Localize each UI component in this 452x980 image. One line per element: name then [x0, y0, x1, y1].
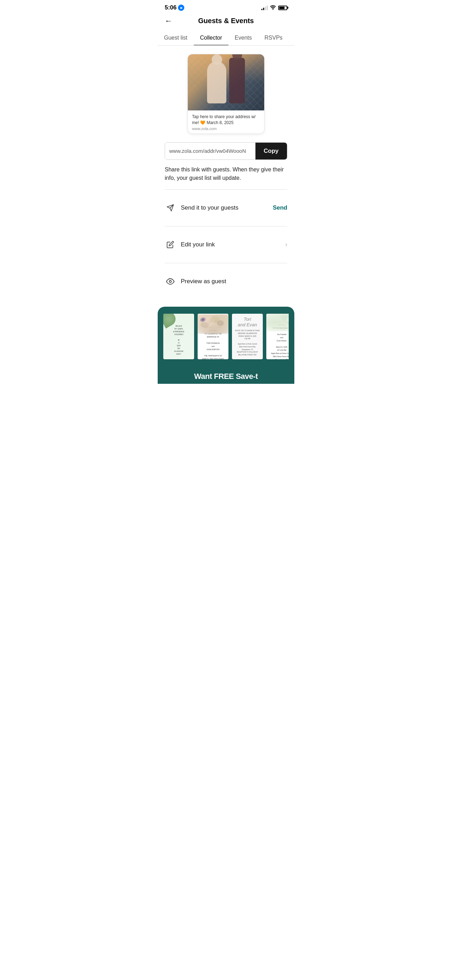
card-3-script: Toriand Evan [238, 317, 257, 328]
svg-point-8 [215, 319, 217, 322]
signal-bar-3 [265, 7, 266, 10]
card-4-flower [266, 314, 289, 331]
preview-action-label: Preview as guest [181, 278, 287, 285]
preview-card-title: Tap here to share your address w/ me! 🧡 … [192, 114, 260, 126]
signal-bars [261, 5, 268, 10]
signal-bar-2 [263, 8, 264, 10]
wifi-icon [270, 5, 276, 11]
tab-rsvps[interactable]: RSVPs [258, 30, 289, 45]
edit-link-action-row[interactable]: Edit your link › [165, 234, 287, 256]
person-right [229, 58, 245, 103]
send-action-label: Send it to your guests [181, 204, 272, 212]
bottom-section: MILLERBY LEWIS& PRESENCECHILDRENINN2025N… [158, 307, 294, 366]
svg-point-14 [280, 315, 287, 320]
tab-events[interactable]: Events [228, 30, 258, 45]
svg-point-7 [208, 320, 212, 324]
invitation-card-1[interactable]: MILLERBY LEWIS& PRESENCECHILDRENINN2025N… [163, 314, 194, 359]
status-icons [261, 5, 287, 11]
card-2-flower [197, 314, 228, 334]
invitation-cards-row: MILLERBY LEWIS& PRESENCECHILDRENINN2025N… [163, 314, 289, 359]
url-copy-row: Copy [165, 142, 287, 160]
edit-link-action-label: Edit your link [181, 241, 285, 248]
share-description: Share this link with guests. When they g… [165, 165, 287, 182]
svg-point-2 [169, 280, 171, 283]
eye-icon [165, 276, 176, 287]
send-action-row[interactable]: Send it to your guests Send [165, 197, 287, 219]
tab-bar: Guest list Collector Events RSVPs Seatin… [158, 30, 294, 46]
tab-seating[interactable]: Seating [289, 30, 294, 45]
copy-button[interactable]: Copy [255, 143, 287, 159]
signal-bar-4 [267, 6, 268, 10]
preview-card[interactable]: Tap here to share your address w/ me! 🧡 … [188, 54, 264, 134]
preview-card-image [188, 54, 264, 110]
page-title: Guests & Events [165, 17, 287, 25]
battery-icon [278, 6, 287, 10]
edit-icon [165, 239, 176, 250]
status-bar: 5:06 [158, 0, 294, 13]
person-left [207, 61, 226, 103]
tab-collector[interactable]: Collector [194, 30, 228, 45]
free-banner-text: Want FREE Save-t [165, 372, 287, 381]
time-display: 5:06 [165, 4, 177, 11]
signal-bar-1 [261, 9, 263, 10]
url-input[interactable] [165, 143, 255, 159]
send-action-right[interactable]: Send [272, 204, 287, 212]
invitation-card-4[interactable]: YOU ARE JOYFULLY INVITEDTO THE WEDDING O… [266, 314, 289, 359]
preview-card-text: Tap here to share your address w/ me! 🧡 … [188, 110, 264, 134]
back-button[interactable]: ← [165, 16, 172, 25]
tab-guest-list[interactable]: Guest list [158, 30, 194, 45]
header: ← Guests & Events [158, 13, 294, 30]
svg-point-5 [201, 322, 209, 328]
preview-card-url: www.zola.com [192, 127, 260, 131]
status-time: 5:06 [165, 4, 184, 11]
card-3-text: INVITE YOU TO SHARE IN THEIRWEDDING CELE… [234, 329, 261, 356]
couple-silhouette [207, 58, 245, 107]
divider-2 [165, 226, 287, 226]
edit-link-chevron: › [285, 241, 287, 248]
invitation-card-3[interactable]: Toriand Evan INVITE YOU TO SHARE IN THEI… [232, 314, 263, 359]
location-icon [178, 5, 184, 11]
send-icon [165, 202, 176, 213]
main-content: Tap here to share your address w/ me! 🧡 … [158, 46, 294, 301]
divider-3 [165, 263, 287, 263]
free-banner: Want FREE Save-t [158, 366, 294, 384]
preview-action-row[interactable]: Preview as guest [165, 270, 287, 293]
svg-point-10 [202, 318, 204, 321]
svg-point-6 [217, 320, 224, 326]
card-1-text: MILLERBY LEWIS& PRESENCECHILDRENINN2025N… [172, 323, 186, 357]
invitation-card-2[interactable]: YOU ARE JOYFULLY INVITEDTO CELEBRATE THE… [197, 314, 228, 359]
